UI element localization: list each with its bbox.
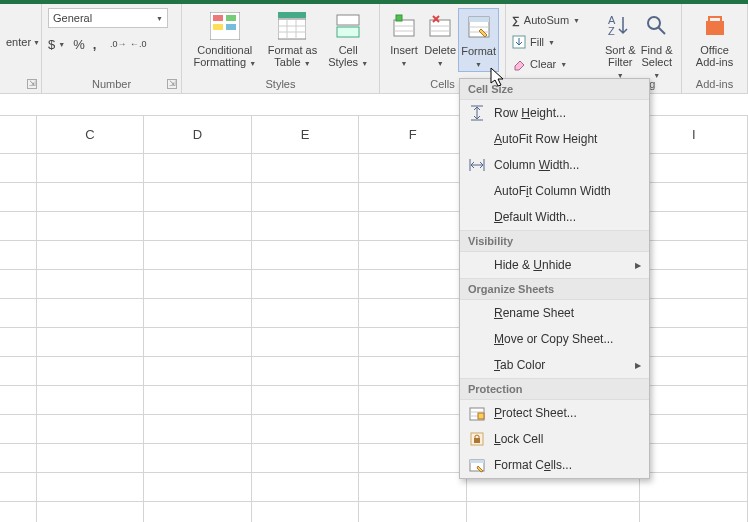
cell[interactable] (37, 386, 145, 414)
number-launcher-icon[interactable]: ⇲ (167, 79, 177, 89)
cell[interactable] (0, 473, 37, 501)
cell[interactable] (640, 154, 748, 182)
cell[interactable] (37, 473, 145, 501)
menu-move-copy-sheet[interactable]: Move or Copy Sheet... (460, 326, 649, 352)
column-header[interactable] (0, 116, 37, 153)
cell[interactable] (252, 444, 360, 472)
cell[interactable] (37, 357, 145, 385)
cell[interactable] (37, 502, 145, 522)
cell[interactable] (37, 154, 145, 182)
menu-autofit-row[interactable]: AutoFit Row Height (460, 126, 649, 152)
cell[interactable] (144, 502, 252, 522)
insert-button[interactable]: Insert▼ (386, 8, 422, 70)
cell[interactable] (144, 183, 252, 211)
cell-styles-button[interactable]: Cell Styles ▼ (323, 8, 373, 70)
menu-autofit-column[interactable]: AutoFit Column Width (460, 178, 649, 204)
cell[interactable] (37, 328, 145, 356)
cell[interactable] (252, 183, 360, 211)
autosum-button[interactable]: ∑ AutoSum ▼ (512, 10, 580, 30)
cell[interactable] (252, 299, 360, 327)
menu-rename-sheet[interactable]: Rename Sheet (460, 300, 649, 326)
menu-lock-cell[interactable]: Lock Cell (460, 426, 649, 452)
cell[interactable] (359, 154, 467, 182)
cell[interactable] (0, 154, 37, 182)
cell[interactable] (640, 473, 748, 501)
menu-tab-color[interactable]: Tab Color ▶ (460, 352, 649, 378)
percent-format-button[interactable]: % (73, 37, 85, 52)
format-as-table-button[interactable]: Format as Table ▼ (262, 8, 324, 70)
sort-filter-button[interactable]: AZ Sort & Filter ▼ (602, 8, 639, 82)
accounting-format-button[interactable]: $ ▼ (48, 37, 65, 52)
menu-hide-unhide[interactable]: Hide & Unhide ▶ (460, 252, 649, 278)
cell[interactable] (252, 415, 360, 443)
cell[interactable] (640, 212, 748, 240)
column-header[interactable]: D (144, 116, 252, 153)
cell[interactable] (252, 241, 360, 269)
cell[interactable] (144, 241, 252, 269)
cell[interactable] (144, 212, 252, 240)
cell[interactable] (37, 183, 145, 211)
cell[interactable] (640, 183, 748, 211)
cell[interactable] (144, 357, 252, 385)
cell[interactable] (359, 502, 467, 522)
cell[interactable] (359, 241, 467, 269)
column-header[interactable]: E (252, 116, 360, 153)
cell[interactable] (144, 386, 252, 414)
cell[interactable] (640, 386, 748, 414)
cell[interactable] (144, 270, 252, 298)
cell[interactable] (37, 444, 145, 472)
cell[interactable] (640, 502, 748, 522)
cell[interactable] (359, 386, 467, 414)
cell[interactable] (37, 270, 145, 298)
cell[interactable] (144, 154, 252, 182)
cell[interactable] (0, 241, 37, 269)
merge-center-button[interactable]: enter▼ (6, 36, 40, 48)
cell[interactable] (640, 415, 748, 443)
cell[interactable] (0, 212, 37, 240)
cell[interactable] (359, 299, 467, 327)
cell[interactable] (359, 415, 467, 443)
cell[interactable] (0, 502, 37, 522)
cell[interactable] (640, 444, 748, 472)
find-select-button[interactable]: Find & Select ▼ (639, 8, 676, 82)
increase-decimal-icon[interactable]: .0→ (110, 36, 126, 52)
cell[interactable] (359, 328, 467, 356)
cell[interactable] (359, 212, 467, 240)
cell[interactable] (359, 473, 467, 501)
cell[interactable] (37, 241, 145, 269)
menu-column-width[interactable]: Column Width... (460, 152, 649, 178)
cell[interactable] (252, 502, 360, 522)
format-button[interactable]: Format▼ (458, 8, 499, 72)
comma-format-button[interactable]: , (93, 37, 97, 52)
cell[interactable] (252, 386, 360, 414)
cell[interactable] (640, 270, 748, 298)
menu-default-width[interactable]: Default Width... (460, 204, 649, 230)
cell[interactable] (0, 444, 37, 472)
decrease-decimal-icon[interactable]: ←.0 (130, 36, 146, 52)
cell[interactable] (359, 183, 467, 211)
cell[interactable] (37, 299, 145, 327)
cell[interactable] (252, 154, 360, 182)
column-header[interactable]: I (640, 116, 748, 153)
column-header[interactable]: F (359, 116, 467, 153)
cell[interactable] (0, 299, 37, 327)
cell[interactable] (640, 328, 748, 356)
cell[interactable] (144, 299, 252, 327)
menu-protect-sheet[interactable]: Protect Sheet... (460, 400, 649, 426)
cell[interactable] (359, 357, 467, 385)
delete-button[interactable]: Delete▼ (422, 8, 458, 70)
cell[interactable] (252, 328, 360, 356)
number-format-combo[interactable]: General▼ (48, 8, 168, 28)
column-header[interactable]: C (37, 116, 145, 153)
cell[interactable] (37, 415, 145, 443)
cell[interactable] (252, 473, 360, 501)
fill-button[interactable]: Fill ▼ (512, 32, 555, 52)
cell[interactable] (37, 212, 145, 240)
cell[interactable] (252, 270, 360, 298)
cell[interactable] (640, 241, 748, 269)
cell[interactable] (467, 502, 640, 522)
menu-format-cells[interactable]: Format Cells... (460, 452, 649, 478)
cell[interactable] (252, 357, 360, 385)
cell[interactable] (359, 444, 467, 472)
cell[interactable] (359, 270, 467, 298)
